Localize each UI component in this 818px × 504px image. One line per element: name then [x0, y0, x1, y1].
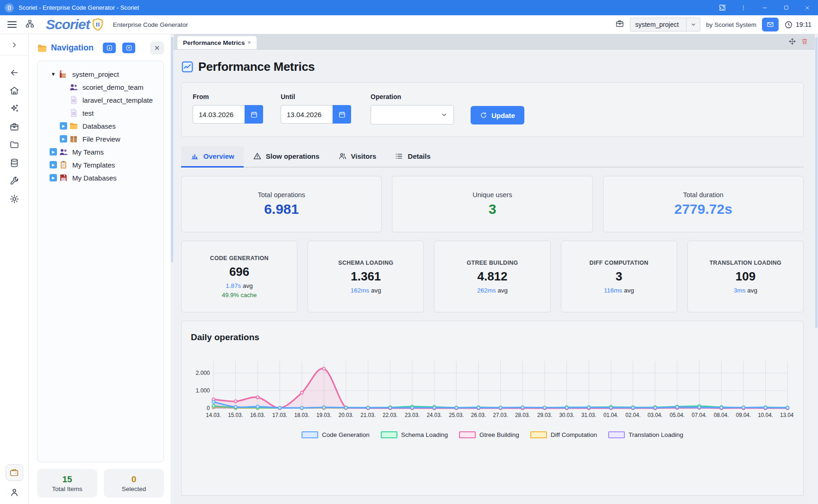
sitemap-icon[interactable]: [25, 19, 35, 31]
legend-swatch: [302, 431, 318, 438]
svg-text:14.03.: 14.03.: [206, 412, 221, 418]
svg-text:30.03.: 30.03.: [559, 412, 574, 418]
sparkles-icon[interactable]: [9, 104, 19, 114]
briefcase-icon[interactable]: [9, 122, 19, 132]
op-card-value: 109: [736, 269, 755, 284]
svg-text:13.04.: 13.04.: [780, 412, 794, 418]
svg-text:0: 0: [207, 405, 210, 411]
legend-label: Code Generation: [322, 431, 370, 438]
expander-closed-icon[interactable]: ▶: [50, 148, 57, 156]
upload-square-icon[interactable]: [122, 43, 135, 53]
arrow-left-icon[interactable]: [9, 68, 19, 78]
app-icon: {}: [5, 3, 14, 12]
legend-item-gtree-building[interactable]: Gtree Building: [459, 431, 519, 438]
total-items-card: 15 Total Items: [37, 469, 97, 498]
tree-item-My Teams[interactable]: ▶My Teams: [41, 145, 160, 158]
filter-card: From Until: [181, 82, 804, 137]
download-square-icon[interactable]: [103, 43, 116, 53]
stat-card-unique-users: Unique users3: [392, 176, 592, 232]
chart-legend: Code GenerationSchema LoadingGtree Build…: [191, 431, 794, 438]
until-date-input[interactable]: [281, 105, 333, 124]
stats-row: Total operations6.981Unique users3Total …: [181, 176, 804, 232]
trash-icon[interactable]: [801, 37, 808, 45]
minimize-icon[interactable]: [754, 0, 775, 15]
operation-select[interactable]: [371, 105, 454, 124]
tree-item-File Preview[interactable]: ▶File Preview: [41, 132, 160, 145]
daily-operations-card: Daily operations 01.0002.00014.03.15.03.…: [181, 321, 804, 496]
warning-icon: [253, 152, 262, 161]
svg-text:27.03.: 27.03.: [493, 412, 508, 418]
until-calendar-button[interactable]: [333, 105, 351, 124]
from-calendar-button[interactable]: [245, 105, 263, 124]
legend-swatch: [608, 431, 625, 438]
tree-item-test[interactable]: test: [41, 106, 160, 119]
svg-text:10.04.: 10.04.: [758, 412, 773, 418]
refresh-icon: [480, 112, 487, 119]
database-icon[interactable]: [9, 158, 19, 168]
calendar-icon: [338, 111, 346, 118]
close-icon[interactable]: ✕: [150, 42, 164, 54]
view-tab-overview[interactable]: Overview: [181, 146, 244, 168]
wrench-icon[interactable]: [9, 176, 19, 186]
legend-label: Translation Loading: [629, 431, 683, 438]
maximize-icon[interactable]: [775, 0, 797, 15]
stat-label: Unique users: [472, 191, 512, 199]
tree-item-Databases[interactable]: ▶Databases: [41, 119, 160, 132]
legend-item-schema-loading[interactable]: Schema Loading: [381, 431, 448, 438]
chevron-down-icon: [440, 111, 448, 118]
view-tab-details[interactable]: Details: [385, 146, 440, 168]
legend-item-code-generation[interactable]: Code Generation: [302, 431, 370, 438]
view-tab-slow-operations[interactable]: Slow operations: [244, 146, 329, 168]
tree-item-system_project[interactable]: ▼system_project: [41, 68, 160, 81]
tab-performance-metrics[interactable]: Performance Metrics ×: [177, 36, 257, 49]
tab-close-icon[interactable]: ×: [248, 39, 251, 46]
from-date-input[interactable]: [193, 105, 245, 124]
op-card-title: GTREE BUILDING: [466, 260, 518, 266]
main-area: Performance Metrics × Performance Metric…: [174, 34, 815, 504]
op-card-title: TRANSLATION LOADING: [710, 260, 781, 266]
tree-item-label: File Preview: [82, 135, 120, 143]
main-scrollbar[interactable]: [815, 34, 818, 504]
home-icon[interactable]: [9, 86, 19, 96]
op-card-avg: 116ms avg: [604, 287, 634, 294]
expander-closed-icon[interactable]: ▶: [60, 122, 67, 130]
chevron-right-icon[interactable]: [10, 41, 19, 49]
op-card-value: 1.361: [351, 269, 381, 284]
mail-button[interactable]: [762, 18, 779, 31]
view-tab-label: Slow operations: [266, 152, 320, 160]
close-icon[interactable]: [797, 0, 818, 15]
chart-title: Daily operations: [191, 332, 794, 342]
tree-item-My Templates[interactable]: ▶My Templates: [41, 158, 160, 171]
op-card-translation-loading: TRANSLATION LOADING1093ms avg: [687, 241, 804, 312]
legend-item-translation-loading[interactable]: Translation Loading: [608, 431, 683, 438]
expander-closed-icon[interactable]: ▶: [50, 161, 57, 168]
wallet-button[interactable]: [6, 464, 23, 481]
expander-closed-icon[interactable]: ▶: [50, 174, 57, 181]
gear-icon[interactable]: [9, 194, 19, 204]
current-time: 19:11: [796, 21, 812, 28]
person-icon[interactable]: [9, 487, 19, 498]
folder-icon[interactable]: [9, 140, 19, 150]
legend-label: Gtree Building: [479, 431, 519, 438]
project-select[interactable]: system_project: [630, 18, 700, 31]
svg-text:17.03.: 17.03.: [272, 412, 288, 418]
move-icon[interactable]: [788, 37, 796, 45]
chevron-down-icon[interactable]: [686, 18, 700, 31]
line-chart-icon: [181, 61, 194, 73]
expander-closed-icon[interactable]: ▶: [60, 135, 67, 143]
kebab-menu-icon[interactable]: [733, 0, 754, 15]
view-tab-label: Overview: [203, 152, 234, 160]
update-button[interactable]: Update: [471, 106, 524, 124]
view-tab-visitors[interactable]: Visitors: [329, 146, 386, 168]
briefcase-icon: [615, 19, 624, 30]
tree-item-laravel_react_template[interactable]: laravel_react_template: [41, 93, 160, 106]
navigation-panel: Navigation ✕ ▼system_projectscoriet_demo…: [29, 34, 170, 504]
extensions-icon[interactable]: [711, 0, 733, 15]
expander-open-icon[interactable]: ▼: [51, 71, 56, 77]
legend-item-diff-computation[interactable]: Diff Computation: [530, 431, 597, 438]
hamburger-icon[interactable]: [7, 21, 17, 28]
tree-item-My Databases[interactable]: ▶My Databases: [41, 171, 160, 184]
nav-scrollbar[interactable]: [170, 34, 174, 504]
tree-item-scoriet_demo_team[interactable]: scoriet_demo_team: [41, 81, 160, 93]
app-logo: Scoriet II: [46, 18, 104, 31]
